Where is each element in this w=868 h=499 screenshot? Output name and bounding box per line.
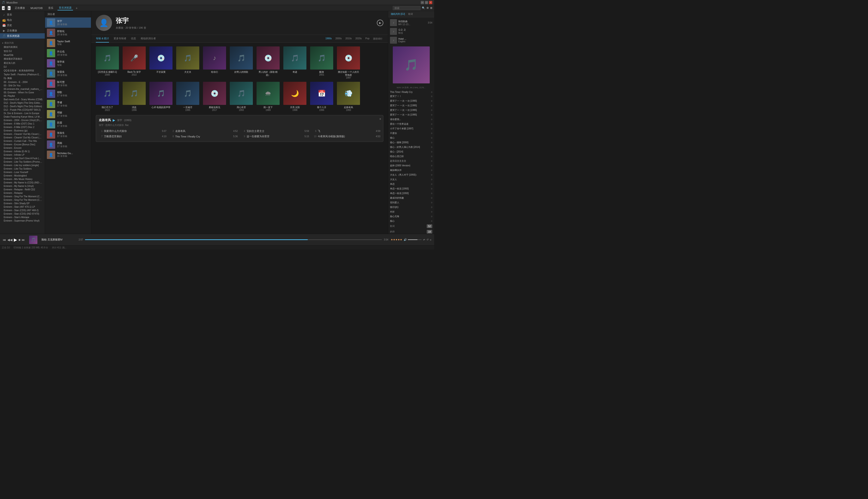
album-item[interactable]: 🎵 消息 1996 xyxy=(123,82,146,111)
album-item[interactable]: 🎵 我们尽力了 2022 xyxy=(96,82,119,111)
album-item[interactable]: ♪ 给你们 xyxy=(203,46,226,79)
filter-2010s[interactable]: 2010s xyxy=(345,37,352,41)
playlist-item[interactable]: 最近加入的 xyxy=(0,61,45,65)
playlist-item[interactable]: Eminem - Lose Yourself xyxy=(0,170,45,174)
album-item[interactable]: 🎤 Back To 张宇 2022 xyxy=(123,46,146,79)
album-item[interactable]: 💿 不甘寂寞 xyxy=(149,46,173,79)
album-item[interactable]: 💿 男人的好（新歌·精选） xyxy=(257,46,280,79)
playlist-item[interactable]: DJ xyxy=(0,65,45,69)
sidebar-item-radio[interactable]: 📻 电台 xyxy=(0,17,45,23)
right-song-item[interactable]: 爱哭了！！ 0 xyxy=(388,94,434,99)
playlist-item[interactable]: Eminem - Relapse - Refill CD2 xyxy=(0,188,45,191)
right-song-item[interactable]: 猫心 - 好男人满心为善 [2014] 0 xyxy=(388,145,434,149)
artist-list-item[interactable]: 👤 许云也 19 张专辑 xyxy=(45,48,91,58)
playlist-item[interactable]: Eminem - Cleanin' Out My Closet (Promo C… xyxy=(0,136,45,139)
sidebar-item-browser[interactable]: 🎵 音乐浏览器 xyxy=(0,33,45,39)
album-item[interactable]: 🌙 月亮 太阳 1998 xyxy=(283,82,307,111)
playlist-item[interactable]: Eminem - Business (jp) xyxy=(0,129,45,132)
tab-more-albums[interactable]: 更多专辑者 xyxy=(114,35,126,42)
track-row[interactable]: 6 飞 4:59 xyxy=(313,129,380,134)
forward-button[interactable]: ▶ xyxy=(8,6,11,10)
right-song-item[interactable]: 定旦日主主主主 0 xyxy=(388,159,434,163)
right-song-item[interactable]: 单恋一枝花 [1993] 0 xyxy=(388,191,434,196)
playlist-item[interactable]: 00 - Eminem - E - 2004 xyxy=(0,81,45,84)
track-row[interactable]: 7 万般爱恋苦寡妇 4:10 xyxy=(99,134,166,139)
minimize-button[interactable]: ─ xyxy=(421,1,424,4)
playlist-item[interactable]: Eminem - Stan (CDS) (IND 97470) xyxy=(0,212,45,216)
playlist-item[interactable]: Eminem - Just Don't Give A Fuck (Single) xyxy=(0,157,45,160)
right-dj-item[interactable]: ♪ 快找歌曲 MV 12-13... 3:54 xyxy=(388,18,434,27)
progress-bar[interactable] xyxy=(85,239,382,240)
playlist-item[interactable]: Eminem - My Name Is (Vinyl) xyxy=(0,184,45,188)
track-row[interactable]: 1 我要用什么方式留你 5:07 xyxy=(99,129,166,134)
right-song-item[interactable]: 猫心 0 xyxy=(388,136,434,140)
nav-tab-muaddib[interactable]: MUAD'DIB xyxy=(29,6,44,10)
playlist-item[interactable]: Dr. Dre & Eminem - Live In Europe xyxy=(0,112,45,115)
right-song-item[interactable]: 痴心无悔 0 xyxy=(388,214,434,219)
album-item[interactable]: 🎵 醒身 2001 xyxy=(310,46,333,79)
artist-list-item[interactable]: 👤 田震 17 张专辑 xyxy=(45,119,91,129)
right-song-item[interactable]: 爱哭了一 一次 一次 [1995] 0 xyxy=(388,112,434,117)
artist-list-item[interactable]: 👤 胡歌 17 张专辑 xyxy=(45,89,91,99)
playlist-item[interactable]: D12 - Devil's Night (The Dirty Edition) … xyxy=(0,101,45,105)
right-song-item[interactable]: 大女人 0 xyxy=(388,177,434,182)
playlist-item-eminem-mmlp[interactable]: 00-eminem-the_marshall_mathers_lp-2000-L… xyxy=(0,87,45,91)
shuffle-button[interactable]: ⇌ xyxy=(423,238,425,241)
playlist-item[interactable]: Eminem - Infinite LP xyxy=(0,153,45,157)
album-item[interactable]: 💨 走路有风 1993 xyxy=(337,82,360,111)
artist-list-item[interactable]: 👤 陈可慧 18 张专辑 xyxy=(45,78,91,89)
playlist-item[interactable]: Eminem - 2004 - Encore (Vinyl) [FLAC 96k… xyxy=(0,119,45,122)
tab-dj[interactable]: 随机列列 [DJ] xyxy=(390,12,406,16)
album-item[interactable]: 🌧 雨一直下 1989 xyxy=(257,82,280,111)
album-item[interactable]: 🎵 心术 电视剧原声带 xyxy=(149,82,173,111)
track-row[interactable]: 4 宝妇主士君主士 5:59 xyxy=(241,129,309,134)
playlist-item[interactable]: Dj- 舞曲 xyxy=(0,76,45,81)
right-song-item[interactable]: 猫心 - [2014] 0 xyxy=(388,149,434,154)
playlist-item[interactable]: Drake Featuring Kanye West, Lil Wayne an… xyxy=(0,115,45,119)
playlist-item[interactable]: Eminem - Encore [Bonus Disc] xyxy=(0,143,45,146)
album-item[interactable]: 💿 溯古知新 一个人的天荒地老 1997 xyxy=(337,46,360,79)
playlist-item[interactable]: Eminem - Like Toy Soldiers xyxy=(0,167,45,170)
tab-similar[interactable]: 相似的演出者 xyxy=(141,35,156,42)
playlist-item[interactable]: 00. Eminem - When I'm Gone xyxy=(0,91,45,94)
volume-bar[interactable] xyxy=(408,239,422,240)
album-item[interactable]: 📅 整个八月 1996 xyxy=(310,82,333,111)
play-pause-button[interactable]: ▶ xyxy=(14,237,17,242)
right-song-item[interactable]: 小不了你个来要 [1997] 0 xyxy=(388,126,434,131)
right-song-item[interactable]: 单恋 0 xyxy=(388,182,434,186)
playlist-item[interactable]: Eminem - Sing For The Moment (CDM)(INTR-… xyxy=(0,198,45,202)
artist-list-item[interactable]: 👤 张学友 专辑 xyxy=(45,58,91,69)
artist-list-item[interactable]: 👤 Nicholas Gu... 16 张专辑 xyxy=(45,150,91,160)
playlist-item[interactable]: 00. Playlist xyxy=(0,94,45,98)
playlist-item[interactable]: Eminem - Curtain Call - The Hits xyxy=(0,139,45,143)
track-row[interactable]: 9 这一生都要为你受苦 5:15 xyxy=(241,134,309,139)
right-song-item[interactable]: 爱哭了一 一次 一次 [1995] 0 xyxy=(388,99,434,103)
right-song-item[interactable]: 对折 0 xyxy=(388,209,434,214)
playlist-item[interactable]: Eminem - Encore xyxy=(0,146,45,150)
artist-list-item[interactable]: 👤 Taylor Swift 专辑 xyxy=(45,38,91,48)
sidebar-item-nowplaying[interactable]: ▶ 正在播放 xyxy=(0,28,45,33)
playlist-item[interactable]: Eminem - 8 Mile (OST) Disc 1 xyxy=(0,122,45,125)
playlist-item[interactable]: Eminem - 8 Mile (OST) Disc 2 xyxy=(0,125,45,129)
tab-info[interactable]: 信息 xyxy=(131,35,136,42)
album-item[interactable]: 🎵 大丈夫 xyxy=(176,46,199,79)
right-song-item[interactable]: 大女人（男人对于 [1993]） 0 xyxy=(388,173,434,177)
playlist-item[interactable]: Eminem - Mockingbird xyxy=(0,174,45,178)
right-song-item[interactable]: 登到爱人 0 xyxy=(388,200,434,205)
filter-1990s[interactable]: 1990s xyxy=(324,37,333,41)
playlist-item[interactable]: Eminem - Relapse xyxy=(0,191,45,195)
playlist-item[interactable]: Eminem - Sing For The Moment (CDM)(497 8… xyxy=(0,195,45,198)
search-input[interactable] xyxy=(393,6,421,10)
add-tab-button[interactable]: + xyxy=(76,6,78,10)
back-button[interactable]: ◀ xyxy=(2,6,5,10)
playlist-item[interactable]: Eminem - Stan (CDS) (497 468-2) xyxy=(0,209,45,212)
artist-list-item[interactable]: 👤 张雷良 19 张专辑 xyxy=(45,69,91,78)
filter-2020s[interactable]: 2020s xyxy=(355,37,362,41)
playlist-item[interactable]: Bad meets Evil - Scary Movies (CDM) xyxy=(0,98,45,101)
track-row[interactable]: 10 今夜寒风冷眠版(激情版) 4:53 xyxy=(313,134,380,139)
close-button[interactable]: × xyxy=(429,1,432,4)
tab-lyrics[interactable]: 歌词 xyxy=(407,12,414,16)
nav-tab-browser[interactable]: 音乐浏览器 xyxy=(58,5,73,10)
right-song-item[interactable]: 超帅 (2005 Version) 0 xyxy=(388,163,434,168)
playlist-item[interactable]: 播放最好25首曲目 xyxy=(0,57,45,61)
